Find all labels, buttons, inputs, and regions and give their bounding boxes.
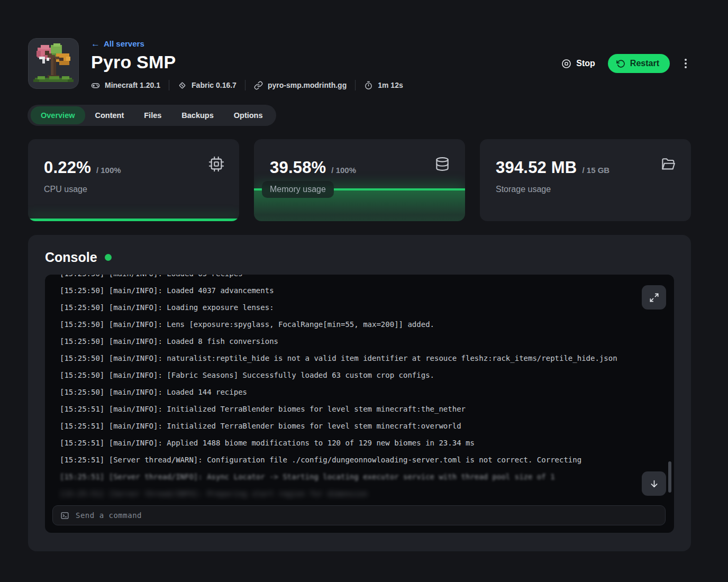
log-line: [15:25:51] [Server thread/WARN]: Configu… [60,451,660,468]
cpu-usage-bar [28,219,239,221]
arrow-left-icon: ← [91,39,100,48]
cpu-icon [208,156,224,174]
server-actions: Stop Restart [559,38,691,73]
back-link-label: All servers [104,39,144,48]
meta-game-version: Minecraft 1.20.1 [91,81,160,90]
log-line: [15:25:51] [Server thread/INFO]: Prepari… [60,485,660,501]
link-icon [254,81,263,90]
meta-server-address: pyro-smp.modrinth.gg [254,81,347,90]
divider [355,80,356,90]
command-input[interactable] [76,511,658,520]
gamepad-icon [91,81,100,90]
log-line: [15:25:50] [main/INFO]: Loading exposure… [60,299,660,316]
memory-usage-value: 39.58% [270,158,326,177]
stop-icon [561,59,571,69]
log-line: [15:25:50] [main/INFO]: Loaded 8 fish co… [60,333,660,350]
back-to-all-servers-link[interactable]: ← All servers [91,39,144,48]
cpu-usage-limit: / 100% [96,166,121,175]
console-header: Console [45,250,674,265]
log-line: [15:25:51] [main/INFO]: Initialized Terr… [60,417,660,434]
log-line: [15:25:50] [main/INFO]: Loaded 144 recip… [60,384,660,401]
scroll-to-bottom-button[interactable] [642,471,666,496]
storage-usage-label: Storage usage [496,185,551,194]
console-log[interactable]: [15:25:50] [main/INFO]: Loaded 65 recipe… [45,275,674,501]
stats-row: 0.22% / 100% CPU usage 39.58% / 100% M [28,139,691,221]
uptime-icon [364,81,373,90]
console-scrollbar-thumb[interactable] [668,461,671,493]
log-line: [15:25:50] [main/INFO]: naturalist:repti… [60,350,660,367]
stop-button[interactable]: Stop [559,56,597,72]
meta-label: Fabric 0.16.7 [192,81,236,89]
restart-icon [616,59,625,68]
server-header: ← All servers Pyro SMP Minecraft 1.20.1 [28,38,691,90]
terminal-prompt-icon [60,511,69,520]
log-line: [15:25:50] [main/INFO]: Lens [exposure:s… [60,316,660,333]
tab-options[interactable]: Options [224,106,273,124]
tab-overview[interactable]: Overview [31,106,85,124]
loader-icon [178,81,187,90]
more-options-button[interactable] [680,57,691,70]
memory-usage-limit: / 100% [331,166,356,175]
expand-icon [649,293,659,303]
page-title: Pyro SMP [91,52,403,72]
server-logo [28,38,79,89]
command-input-wrapper[interactable] [52,505,666,525]
storage-usage-card: 394.52 MB / 15 GB Storage usage [480,139,691,221]
console-card: Console [15:25:50] [main/INFO]: Loaded 6… [28,235,691,551]
server-tabs: Overview Content Files Backups Options [28,105,276,126]
meta-loader: Fabric 0.16.7 [178,81,236,90]
seasons-tree-icon [31,41,76,86]
meta-uptime: 1m 12s [364,81,403,90]
restart-button[interactable]: Restart [608,54,670,73]
memory-usage-card: 39.58% / 100% Memory usage [254,139,465,221]
cpu-usage-label: CPU usage [44,185,87,194]
memory-usage-label: Memory usage [262,181,334,198]
log-line: [15:25:51] [main/INFO]: Applied 1488 bio… [60,434,660,451]
storage-usage-limit: / 15 GB [582,166,609,175]
restart-button-label: Restart [630,59,659,68]
server-dashboard-page: ← All servers Pyro SMP Minecraft 1.20.1 [0,0,728,582]
log-line: [15:25:50] [main/INFO]: Loaded 4037 adva… [60,282,660,299]
tab-files[interactable]: Files [134,106,171,124]
divider [169,80,169,90]
console-title: Console [45,250,97,265]
meta-label: 1m 12s [378,81,403,89]
tab-backups[interactable]: Backups [171,106,223,124]
log-line: [15:25:50] [main/INFO]: [Fabric Seasons]… [60,367,660,384]
fullscreen-console-button[interactable] [642,285,666,310]
stop-button-label: Stop [576,59,595,68]
cpu-usage-value: 0.22% [44,158,91,177]
log-line: [15:25:50] [main/INFO]: Loaded 65 recipe… [60,275,660,282]
arrow-down-icon [649,479,659,489]
console-terminal[interactable]: [15:25:50] [main/INFO]: Loaded 65 recipe… [45,275,674,533]
folder-icon [660,156,676,174]
online-status-dot [105,254,112,261]
log-line: [15:25:51] [main/INFO]: Initialized Terr… [60,401,660,417]
meta-label: Minecraft 1.20.1 [105,81,160,89]
kebab-icon [685,59,687,61]
server-meta-row: Minecraft 1.20.1 Fabric 0.16.7 [91,80,403,90]
storage-usage-value: 394.52 MB [496,158,577,177]
divider [245,80,245,90]
log-line: [15:25:51] [Server thread/INFO]: Async L… [60,468,660,485]
cpu-usage-card: 0.22% / 100% CPU usage [28,139,239,221]
tab-content[interactable]: Content [85,106,134,124]
memory-icon [434,156,450,174]
server-header-text: ← All servers Pyro SMP Minecraft 1.20.1 [91,38,403,90]
meta-label: pyro-smp.modrinth.gg [268,81,347,89]
